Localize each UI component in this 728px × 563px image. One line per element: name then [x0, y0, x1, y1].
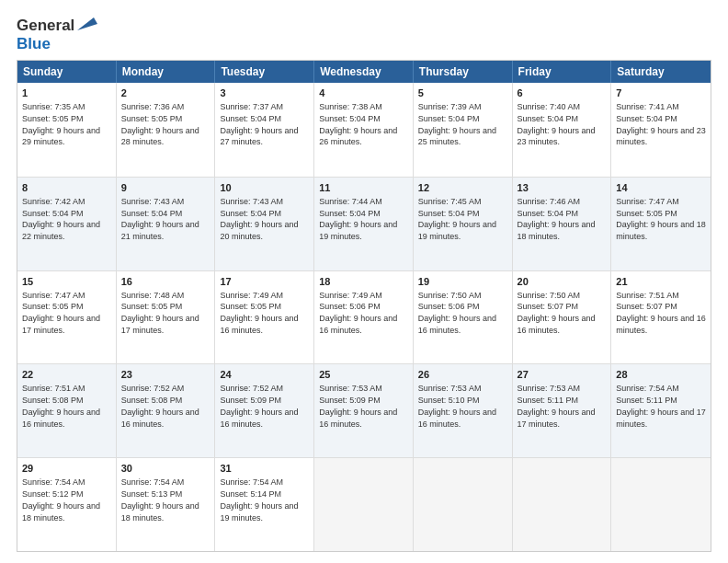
empty-cell [611, 458, 711, 551]
day-info: Sunrise: 7:51 AMSunset: 5:07 PMDaylight:… [616, 291, 706, 335]
day-number: 26 [418, 368, 507, 382]
day-info: Sunrise: 7:38 AMSunset: 5:04 PMDaylight:… [319, 102, 397, 146]
day-cell-7: 7 Sunrise: 7:41 AMSunset: 5:04 PMDayligh… [611, 83, 711, 177]
day-info: Sunrise: 7:44 AMSunset: 5:04 PMDaylight:… [319, 197, 397, 241]
svg-marker-0 [77, 17, 97, 30]
day-info: Sunrise: 7:49 AMSunset: 5:05 PMDaylight:… [220, 291, 298, 335]
week-row-4: 22 Sunrise: 7:51 AMSunset: 5:08 PMDaylig… [17, 363, 711, 457]
day-info: Sunrise: 7:53 AMSunset: 5:09 PMDaylight:… [319, 384, 397, 428]
day-info: Sunrise: 7:54 AMSunset: 5:13 PMDaylight:… [121, 477, 199, 522]
day-number: 5 [418, 86, 507, 100]
day-cell-6: 6 Sunrise: 7:40 AMSunset: 5:04 PMDayligh… [513, 83, 612, 177]
day-info: Sunrise: 7:43 AMSunset: 5:04 PMDaylight:… [121, 197, 199, 241]
week-row-2: 8 Sunrise: 7:42 AMSunset: 5:04 PMDayligh… [17, 177, 711, 270]
day-cell-12: 12 Sunrise: 7:45 AMSunset: 5:04 PMDaylig… [414, 178, 513, 270]
day-cell-24: 24 Sunrise: 7:52 AMSunset: 5:09 PMDaylig… [215, 364, 314, 457]
day-info: Sunrise: 7:42 AMSunset: 5:04 PMDaylight:… [22, 197, 100, 241]
day-number: 4 [319, 86, 408, 100]
day-cell-23: 23 Sunrise: 7:52 AMSunset: 5:08 PMDaylig… [117, 364, 216, 457]
day-info: Sunrise: 7:54 AMSunset: 5:14 PMDaylight:… [220, 477, 298, 522]
day-number: 10 [220, 181, 309, 195]
day-info: Sunrise: 7:47 AMSunset: 5:05 PMDaylight:… [22, 291, 100, 335]
day-number: 31 [220, 462, 309, 476]
day-number: 23 [121, 368, 210, 382]
week-row-3: 15 Sunrise: 7:47 AMSunset: 5:05 PMDaylig… [17, 270, 711, 364]
day-info: Sunrise: 7:35 AMSunset: 5:05 PMDaylight:… [22, 102, 100, 146]
day-info: Sunrise: 7:39 AMSunset: 5:04 PMDaylight:… [418, 102, 496, 146]
day-number: 12 [418, 181, 507, 195]
day-cell-28: 28 Sunrise: 7:54 AMSunset: 5:11 PMDaylig… [611, 364, 711, 457]
day-number: 9 [121, 181, 210, 195]
day-number: 16 [121, 275, 210, 289]
day-cell-29: 29 Sunrise: 7:54 AMSunset: 5:12 PMDaylig… [17, 458, 117, 551]
day-cell-20: 20 Sunrise: 7:50 AMSunset: 5:07 PMDaylig… [513, 271, 612, 364]
empty-cell [513, 458, 612, 551]
day-info: Sunrise: 7:47 AMSunset: 5:05 PMDaylight:… [616, 197, 706, 241]
day-number: 25 [319, 368, 408, 382]
day-info: Sunrise: 7:53 AMSunset: 5:10 PMDaylight:… [418, 384, 496, 428]
day-cell-14: 14 Sunrise: 7:47 AMSunset: 5:05 PMDaylig… [611, 178, 711, 270]
day-header-thursday: Thursday [414, 61, 513, 83]
week-row-5: 29 Sunrise: 7:54 AMSunset: 5:12 PMDaylig… [17, 457, 711, 551]
day-header-monday: Monday [117, 61, 216, 83]
day-number: 2 [121, 86, 210, 100]
day-number: 24 [220, 368, 309, 382]
day-info: Sunrise: 7:49 AMSunset: 5:06 PMDaylight:… [319, 291, 397, 335]
day-cell-26: 26 Sunrise: 7:53 AMSunset: 5:10 PMDaylig… [414, 364, 513, 457]
day-cell-10: 10 Sunrise: 7:43 AMSunset: 5:04 PMDaylig… [215, 178, 314, 270]
day-info: Sunrise: 7:51 AMSunset: 5:08 PMDaylight:… [22, 384, 100, 428]
day-cell-16: 16 Sunrise: 7:48 AMSunset: 5:05 PMDaylig… [117, 271, 216, 364]
day-cell-25: 25 Sunrise: 7:53 AMSunset: 5:09 PMDaylig… [314, 364, 414, 457]
day-cell-11: 11 Sunrise: 7:44 AMSunset: 5:04 PMDaylig… [314, 178, 414, 270]
day-info: Sunrise: 7:54 AMSunset: 5:11 PMDaylight:… [616, 384, 706, 428]
day-number: 21 [616, 275, 706, 289]
week-row-1: 1 Sunrise: 7:35 AMSunset: 5:05 PMDayligh… [17, 83, 711, 177]
day-cell-21: 21 Sunrise: 7:51 AMSunset: 5:07 PMDaylig… [611, 271, 711, 364]
day-info: Sunrise: 7:40 AMSunset: 5:04 PMDaylight:… [518, 102, 596, 146]
day-info: Sunrise: 7:37 AMSunset: 5:04 PMDaylight:… [220, 102, 298, 146]
day-number: 13 [518, 181, 607, 195]
day-header-wednesday: Wednesday [314, 61, 414, 83]
day-info: Sunrise: 7:52 AMSunset: 5:09 PMDaylight:… [220, 384, 298, 428]
day-info: Sunrise: 7:36 AMSunset: 5:05 PMDaylight:… [121, 102, 199, 146]
day-number: 27 [518, 368, 607, 382]
day-info: Sunrise: 7:41 AMSunset: 5:04 PMDaylight:… [616, 102, 706, 146]
day-cell-18: 18 Sunrise: 7:49 AMSunset: 5:06 PMDaylig… [314, 271, 414, 364]
day-cell-9: 9 Sunrise: 7:43 AMSunset: 5:04 PMDayligh… [117, 178, 216, 270]
day-cell-4: 4 Sunrise: 7:38 AMSunset: 5:04 PMDayligh… [314, 83, 414, 177]
day-number: 17 [220, 275, 309, 289]
calendar: SundayMondayTuesdayWednesdayThursdayFrid… [17, 60, 711, 552]
day-cell-13: 13 Sunrise: 7:46 AMSunset: 5:04 PMDaylig… [513, 178, 612, 270]
day-cell-1: 1 Sunrise: 7:35 AMSunset: 5:05 PMDayligh… [17, 83, 117, 177]
day-cell-19: 19 Sunrise: 7:50 AMSunset: 5:06 PMDaylig… [414, 271, 513, 364]
day-number: 30 [121, 462, 210, 476]
calendar-page: General Blue SundayMondayTuesdayWednesda… [0, 0, 728, 563]
calendar-header: SundayMondayTuesdayWednesdayThursdayFrid… [17, 61, 711, 83]
day-cell-27: 27 Sunrise: 7:53 AMSunset: 5:11 PMDaylig… [513, 364, 612, 457]
day-header-tuesday: Tuesday [215, 61, 314, 83]
day-info: Sunrise: 7:50 AMSunset: 5:06 PMDaylight:… [418, 291, 496, 335]
day-cell-15: 15 Sunrise: 7:47 AMSunset: 5:05 PMDaylig… [17, 271, 117, 364]
day-cell-22: 22 Sunrise: 7:51 AMSunset: 5:08 PMDaylig… [17, 364, 117, 457]
day-number: 28 [616, 368, 706, 382]
day-header-saturday: Saturday [611, 61, 711, 83]
day-number: 19 [418, 275, 507, 289]
day-info: Sunrise: 7:45 AMSunset: 5:04 PMDaylight:… [418, 197, 496, 241]
day-number: 29 [22, 462, 111, 476]
day-number: 20 [518, 275, 607, 289]
empty-cell [414, 458, 513, 551]
day-header-friday: Friday [513, 61, 612, 83]
day-cell-8: 8 Sunrise: 7:42 AMSunset: 5:04 PMDayligh… [17, 178, 117, 270]
day-info: Sunrise: 7:52 AMSunset: 5:08 PMDaylight:… [121, 384, 199, 428]
day-info: Sunrise: 7:53 AMSunset: 5:11 PMDaylight:… [518, 384, 596, 428]
calendar-body: 1 Sunrise: 7:35 AMSunset: 5:05 PMDayligh… [17, 83, 711, 551]
day-info: Sunrise: 7:46 AMSunset: 5:04 PMDaylight:… [518, 197, 596, 241]
empty-cell [314, 458, 414, 551]
day-number: 3 [220, 86, 309, 100]
header: General Blue [17, 17, 711, 52]
day-number: 22 [22, 368, 111, 382]
day-cell-2: 2 Sunrise: 7:36 AMSunset: 5:05 PMDayligh… [117, 83, 216, 177]
logo: General Blue [17, 17, 97, 52]
day-number: 1 [22, 86, 111, 100]
day-number: 18 [319, 275, 408, 289]
